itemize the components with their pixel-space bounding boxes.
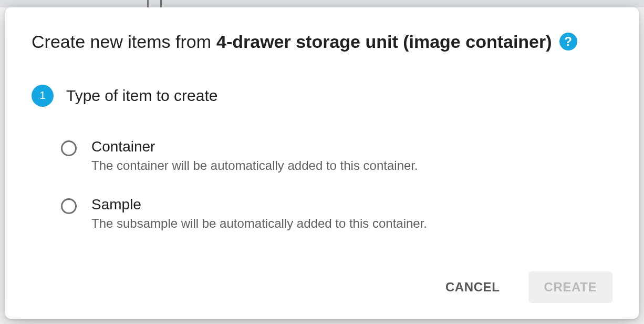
item-type-options: Container The container will be automati… bbox=[61, 138, 612, 231]
dialog-actions: CANCEL CREATE bbox=[32, 256, 612, 303]
step-label: Type of item to create bbox=[66, 87, 217, 105]
step-number-badge: 1 bbox=[32, 85, 54, 107]
option-sample-description: The subsample will be automatically adde… bbox=[91, 216, 427, 231]
dialog-title: Create new items from 4-drawer storage u… bbox=[32, 31, 612, 53]
option-sample-title: Sample bbox=[91, 196, 427, 213]
dialog-title-prefix: Create new items from bbox=[32, 31, 211, 53]
help-icon[interactable]: ? bbox=[559, 33, 577, 50]
radio-unchecked-icon[interactable] bbox=[61, 140, 77, 156]
background-top-strip bbox=[0, 0, 644, 7]
create-items-dialog: Create new items from 4-drawer storage u… bbox=[5, 7, 639, 319]
option-container-description: The container will be automatically adde… bbox=[91, 158, 418, 173]
option-sample[interactable]: Sample The subsample will be automatical… bbox=[61, 196, 612, 231]
step-header: 1 Type of item to create bbox=[32, 85, 612, 107]
option-container-title: Container bbox=[91, 138, 418, 155]
option-container[interactable]: Container The container will be automati… bbox=[61, 138, 612, 173]
create-button[interactable]: CREATE bbox=[528, 271, 613, 303]
cancel-button[interactable]: CANCEL bbox=[430, 271, 516, 303]
radio-unchecked-icon[interactable] bbox=[61, 198, 77, 214]
option-sample-text: Sample The subsample will be automatical… bbox=[91, 196, 427, 231]
option-container-text: Container The container will be automati… bbox=[91, 138, 418, 173]
dialog-title-subject: 4-drawer storage unit (image container) bbox=[216, 31, 552, 53]
